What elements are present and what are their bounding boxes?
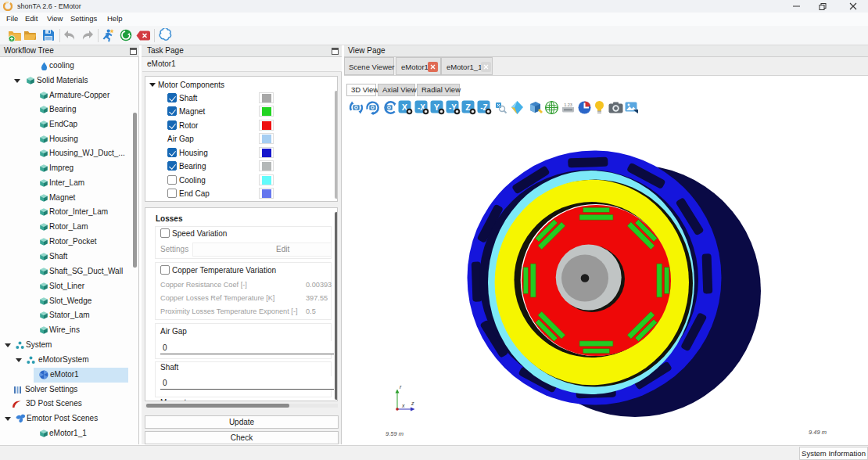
svg-text:1.23: 1.23 xyxy=(564,102,572,107)
svg-text:x: x xyxy=(401,403,405,408)
svg-text:z: z xyxy=(411,401,414,406)
svg-text:r: r xyxy=(400,384,402,390)
svg-text:Z: Z xyxy=(465,102,471,112)
